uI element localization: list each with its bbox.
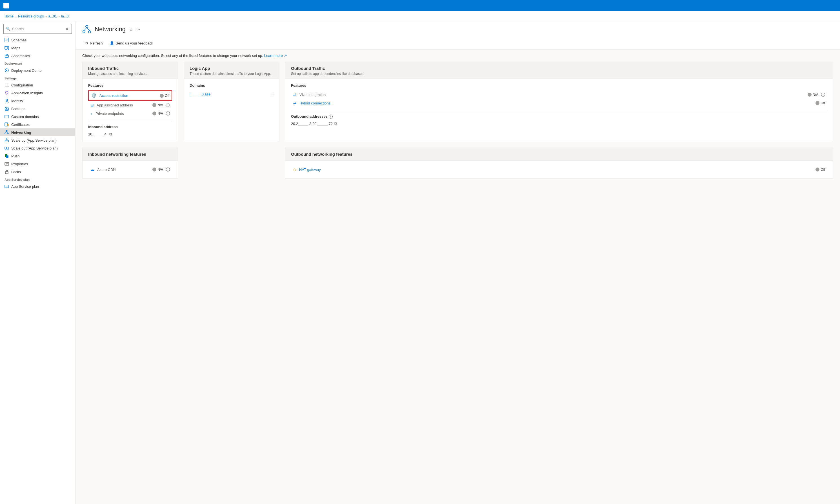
deployment-center-icon (4, 68, 9, 73)
more-options-button[interactable]: ··· (136, 27, 140, 32)
logic-app-header: Logic App These custom domains direct tr… (184, 62, 279, 79)
sidebar-item-networking[interactable]: Networking (0, 128, 75, 136)
sidebar-label-custom-domains: Custom domains (11, 114, 39, 119)
domain-link[interactable]: l_____.0.ase (190, 92, 268, 96)
domain-more-options[interactable]: ··· (270, 92, 273, 96)
sidebar-item-scale-up[interactable]: Scale up (App Service plan) (0, 136, 75, 144)
feedback-icon: 👤 (110, 41, 114, 45)
outbound-addresses-text: 20.2_____.3,20._____.72 (291, 122, 333, 126)
azure-cdn-row: ☁ Azure CDN N/A i (88, 165, 172, 174)
azure-logo (3, 3, 9, 8)
search-input[interactable] (12, 27, 65, 31)
access-restriction-link[interactable]: Access restriction (100, 93, 157, 98)
svg-point-16 (6, 99, 7, 101)
private-endpoints-info-icon[interactable]: i (166, 111, 170, 115)
app-assigned-info-icon[interactable]: i (166, 103, 170, 107)
sidebar-item-schemas[interactable]: Schemas (0, 36, 75, 44)
outbound-nf-title: Outbound networking features (291, 152, 827, 157)
sidebar-item-certificates[interactable]: Certificates (0, 121, 75, 128)
sidebar-label-push: Push (11, 154, 20, 158)
outbound-addresses-info-icon[interactable]: i (329, 114, 333, 119)
sidebar-item-deployment-center[interactable]: Deployment Center (0, 67, 75, 74)
azure-cdn-status: N/A (153, 167, 163, 172)
collapse-sidebar-button[interactable]: « (65, 25, 69, 32)
sidebar-item-properties[interactable]: Properties (0, 160, 75, 168)
copy-outbound-addresses-button[interactable]: ⧉ (334, 121, 338, 127)
properties-icon (4, 162, 9, 166)
sidebar-item-backups[interactable]: Backups (0, 105, 75, 113)
svg-point-23 (5, 133, 6, 134)
sidebar-item-maps[interactable]: Maps (0, 44, 75, 52)
identity-icon (4, 98, 9, 103)
app-assigned-link[interactable]: App assigned address (96, 103, 149, 107)
sidebar-item-scale-out[interactable]: Scale out (App Service plan) (0, 144, 75, 152)
inbound-traffic-title: Inbound Traffic (88, 66, 172, 71)
inbound-address-label: Inbound address (88, 125, 172, 129)
search-box[interactable]: 🔍 « (3, 24, 72, 34)
sidebar-item-custom-domains[interactable]: Custom domains (0, 113, 75, 121)
private-endpoints-link[interactable]: Private endpoints (95, 111, 149, 116)
breadcrumb: Home › Resource groups › a...01 › la...0 (0, 11, 840, 21)
logic-app-card: Logic App These custom domains direct tr… (184, 62, 280, 142)
svg-point-43 (88, 31, 91, 33)
inbound-traffic-header: Inbound Traffic Manage access and incomi… (83, 62, 178, 79)
nat-gateway-status: Off (816, 167, 825, 172)
azure-cdn-info-icon[interactable]: i (166, 167, 170, 172)
svg-marker-4 (5, 46, 9, 50)
logic-app-title: Logic App (190, 66, 273, 71)
outbound-nf-body: ◇ NAT gateway Off (285, 161, 833, 178)
refresh-button[interactable]: ↻ Refresh (82, 39, 106, 47)
breadcrumb-home[interactable]: Home (4, 14, 14, 18)
svg-point-22 (6, 130, 7, 131)
breadcrumb-sep: › (15, 14, 16, 18)
vnet-icon: ⇄ (293, 92, 297, 97)
sidebar-item-identity[interactable]: Identity (0, 97, 75, 105)
vnet-info-icon[interactable]: i (821, 93, 825, 96)
sidebar-item-assemblies[interactable]: Assemblies (0, 52, 75, 60)
search-icon: 🔍 (6, 27, 11, 31)
breadcrumb-rg[interactable]: a...01 (48, 14, 57, 18)
azure-cdn-link[interactable]: Azure CDN (97, 167, 149, 172)
learn-more-link[interactable]: Learn more ↗ (264, 54, 287, 58)
scale-up-icon (4, 138, 9, 142)
sidebar-label-identity: Identity (11, 99, 23, 103)
sidebar-item-app-service-plan[interactable]: App Service plan (0, 182, 75, 190)
svg-line-45 (87, 28, 90, 31)
hybrid-status: Off (816, 101, 825, 105)
breadcrumb-resource-groups[interactable]: Resource groups (18, 14, 44, 18)
sidebar-item-configuration[interactable]: Configuration (0, 81, 75, 89)
vnet-integration-link[interactable]: VNet integration (300, 93, 805, 97)
svg-rect-17 (5, 109, 8, 110)
azure-cdn-icon: ☁ (90, 167, 94, 172)
nat-gateway-link[interactable]: NAT gateway (299, 167, 813, 172)
vnet-status: N/A (808, 93, 818, 96)
svg-point-24 (7, 133, 9, 134)
networking-icon (4, 130, 9, 134)
hybrid-connections-link[interactable]: Hybrid connections (300, 101, 813, 105)
cards-row-1: Inbound Traffic Manage access and incomi… (82, 62, 833, 142)
feedback-button[interactable]: 👤 Send us your feedback (107, 39, 156, 47)
svg-rect-34 (5, 162, 9, 165)
inbound-address-value: 10._____.4 (88, 132, 106, 136)
inbound-traffic-body: Features 🛡️ Access restriction Off (83, 79, 178, 142)
sidebar-item-push[interactable]: Push (0, 152, 75, 160)
svg-rect-30 (7, 147, 9, 149)
outbound-features-label: Features (291, 83, 827, 88)
copy-inbound-address-button[interactable]: ⧉ (109, 131, 113, 137)
sidebar-item-locks[interactable]: Locks (0, 168, 75, 176)
sidebar-label-deployment-center: Deployment Center (11, 68, 43, 73)
hybrid-icon: ⇌ (293, 101, 297, 105)
breadcrumb-app[interactable]: la...0 (61, 14, 69, 18)
sidebar-label-configuration: Configuration (11, 83, 33, 87)
sidebar-label-maps: Maps (11, 46, 20, 50)
content-area: Networking ☆ ··· ↻ Refresh 👤 Send us you… (75, 21, 840, 504)
cards-row-2: Inbound networking features ☁ Azure CDN … (82, 147, 833, 179)
svg-rect-29 (5, 147, 6, 149)
sidebar-label-schemas: Schemas (11, 38, 26, 42)
outbound-networking-features-card: Outbound networking features ◇ NAT gatew… (285, 147, 833, 179)
svg-line-26 (7, 131, 8, 133)
app-insights-icon (4, 91, 9, 95)
favorite-star[interactable]: ☆ (129, 27, 133, 32)
sidebar-item-app-insights[interactable]: Application Insights (0, 89, 75, 97)
outbound-addresses-value-row: 20.2_____.3,20._____.72 ⧉ (291, 121, 827, 127)
